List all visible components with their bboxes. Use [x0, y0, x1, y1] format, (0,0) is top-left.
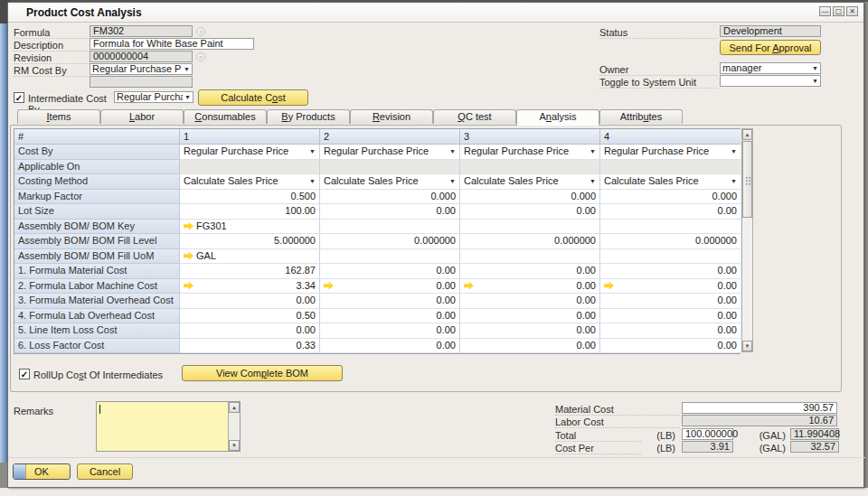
cell-number[interactable]: 0.00: [600, 294, 741, 309]
total-lb-field[interactable]: 100.000000: [682, 428, 733, 440]
link-arrow-icon[interactable]: [184, 222, 193, 230]
cell-dropdown[interactable]: Calculate Sales Price▼: [460, 174, 600, 190]
cell-number[interactable]: 0.500: [180, 190, 320, 205]
cell-number[interactable]: 0.00: [600, 264, 741, 279]
cell-dropdown[interactable]: Regular Purchase Price▼: [460, 145, 600, 160]
rm-cost-by-value: Regular Purchase Price: [92, 64, 182, 74]
rollup-cost-checkbox[interactable]: ✓: [19, 369, 30, 379]
cell-dropdown[interactable]: Calculate Sales Price▼: [320, 174, 460, 190]
cell-number[interactable]: 0.00: [180, 323, 320, 339]
scroll-down-icon[interactable]: ▼: [229, 440, 240, 451]
cell-number[interactable]: 0.00: [600, 323, 741, 339]
cell-number[interactable]: 162.87: [180, 264, 320, 279]
cancel-button[interactable]: Cancel: [77, 463, 133, 480]
description-field[interactable]: Formula for White Base Paint: [90, 38, 254, 50]
tab-analysis[interactable]: Analysis: [516, 109, 599, 126]
tab-revision[interactable]: Revision: [350, 109, 433, 124]
remarks-scrollbar[interactable]: ▲ ▼: [228, 402, 240, 451]
cell-number[interactable]: 0.000: [320, 190, 460, 205]
cell-number[interactable]: 0.33: [180, 339, 320, 354]
cell-number[interactable]: 0.00: [320, 294, 460, 309]
cell-number[interactable]: 0.00: [460, 204, 600, 220]
cell-dropdown[interactable]: Regular Purchase Price▼: [320, 145, 460, 160]
cell-number[interactable]: 0.00: [460, 323, 600, 339]
cell-number[interactable]: 5.000000: [180, 234, 320, 249]
close-icon[interactable]: ✕: [846, 6, 858, 16]
cell-number-link[interactable]: 0.00: [600, 279, 741, 295]
cell-number[interactable]: 0.000: [600, 190, 741, 205]
tab-labor[interactable]: Labor: [100, 109, 184, 124]
ok-button[interactable]: OK: [13, 463, 71, 480]
cell-number[interactable]: 0.00: [600, 204, 741, 220]
cell-number[interactable]: 0.00: [460, 264, 600, 279]
cell-number[interactable]: 0.00: [320, 339, 460, 354]
cell-link[interactable]: [460, 249, 600, 265]
cell-number[interactable]: 0.00: [460, 309, 600, 324]
cell-number-link[interactable]: 0.00: [460, 279, 600, 295]
cell-link[interactable]: [600, 220, 741, 235]
cell-dropdown[interactable]: Regular Purchase Price▼: [180, 145, 320, 160]
link-arrow-icon[interactable]: [184, 252, 193, 260]
intermediate-cost-checkbox[interactable]: ✓: [14, 92, 24, 103]
cell-number[interactable]: 0.000000: [320, 234, 460, 249]
link-arrow-icon[interactable]: [184, 282, 193, 290]
cell-number[interactable]: 0.000000: [460, 234, 600, 249]
cell-number[interactable]: 0.000: [460, 190, 600, 205]
cell-link[interactable]: [460, 220, 600, 235]
cell-number[interactable]: 0.00: [320, 309, 460, 324]
tab-by-products[interactable]: By Products: [267, 109, 350, 124]
table-scrollbar[interactable]: ▲ ▼: [741, 128, 753, 352]
choose-from-list-icon[interactable]: ≡: [196, 52, 205, 61]
tab-attributes[interactable]: Attributes: [599, 109, 683, 124]
formula-field[interactable]: FM302: [90, 25, 193, 37]
cell-number[interactable]: 0.000000: [600, 234, 741, 249]
tab-consumables[interactable]: Consumables: [184, 109, 267, 124]
cell-number[interactable]: 0.00: [180, 294, 320, 309]
cell-link[interactable]: [600, 249, 741, 265]
cell-number[interactable]: 0.00: [320, 204, 460, 220]
owner-dropdown[interactable]: manager ▼: [720, 62, 821, 74]
material-cost-field[interactable]: 390.57: [682, 402, 837, 414]
cell-link[interactable]: GAL: [180, 249, 320, 265]
scroll-up-icon[interactable]: ▲: [229, 402, 240, 413]
intermediate-cost-dropdown[interactable]: Regular Purchase ▼: [114, 91, 193, 103]
tab-qc-test[interactable]: QC test: [433, 109, 516, 124]
row-label: Applicable On: [14, 160, 180, 175]
cell-number-link[interactable]: 3.34: [180, 279, 320, 295]
cell-dropdown[interactable]: Calculate Sales Price▼: [600, 174, 741, 190]
cell-number[interactable]: 0.00: [320, 264, 460, 279]
scrollbar-thumb[interactable]: [742, 141, 752, 218]
scroll-up-icon[interactable]: ▲: [742, 129, 752, 140]
cell-link[interactable]: [320, 249, 460, 265]
remarks-input[interactable]: ▲ ▼: [96, 401, 241, 452]
tab-items[interactable]: Items: [17, 109, 100, 124]
cell-number[interactable]: 100.00: [180, 204, 320, 220]
send-for-approval-button[interactable]: Send For Approval: [720, 40, 821, 55]
cell-link[interactable]: [320, 220, 460, 235]
cell-number[interactable]: 0.00: [460, 294, 600, 309]
scroll-down-icon[interactable]: ▼: [742, 341, 752, 351]
revision-field[interactable]: 0000000004: [90, 51, 193, 62]
cell-number[interactable]: 0.00: [460, 339, 600, 354]
link-arrow-icon[interactable]: [464, 282, 474, 290]
cell-dropdown[interactable]: Calculate Sales Price▼: [180, 174, 320, 190]
cell-number[interactable]: 0.00: [320, 323, 460, 339]
cell-link[interactable]: FG301: [180, 220, 320, 235]
cell-number-link[interactable]: 0.00: [320, 279, 460, 295]
minimize-icon[interactable]: —: [819, 6, 831, 16]
link-arrow-icon[interactable]: [324, 282, 334, 290]
rm-cost-by-dropdown[interactable]: Regular Purchase Price ▼: [90, 63, 193, 75]
row-label: Markup Factor: [14, 190, 180, 205]
cell-number[interactable]: 0.50: [180, 309, 320, 324]
toggle-system-unit-dropdown[interactable]: ▼: [720, 75, 821, 87]
cell-number[interactable]: 0.00: [600, 339, 741, 354]
maximize-icon[interactable]: ▢: [833, 6, 844, 16]
cell-number[interactable]: 0.00: [600, 309, 741, 324]
view-complete-bom-button[interactable]: View Complete BOM: [182, 365, 343, 381]
choose-from-list-icon[interactable]: ≡: [196, 27, 205, 36]
calculate-cost-button[interactable]: Calculate Cost: [198, 89, 308, 106]
chevron-down-icon: ▼: [307, 145, 316, 157]
cell-dropdown[interactable]: Regular Purchase Price▼: [600, 145, 741, 160]
title-bar[interactable]: Product Cost Analysis — ▢ ✕: [8, 3, 863, 23]
link-arrow-icon[interactable]: [604, 282, 614, 290]
